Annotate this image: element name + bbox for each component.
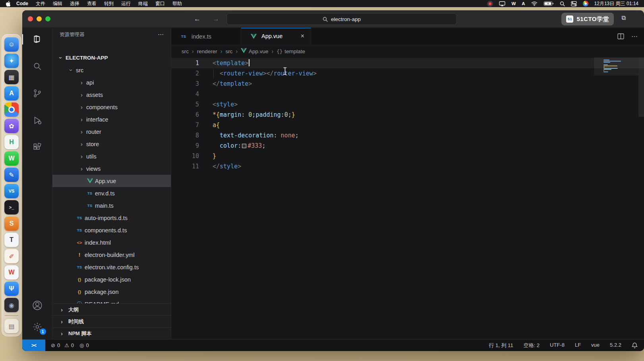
menu-item-0[interactable]: Code	[16, 1, 28, 6]
dock-safari-icon[interactable]: ✦	[4, 54, 19, 68]
dock-launchpad-icon[interactable]: ▦	[4, 70, 19, 84]
more-actions-icon[interactable]: ⋯	[631, 33, 638, 40]
menu-item-3[interactable]: 选择	[70, 0, 79, 7]
spotlight-search-icon[interactable]	[560, 1, 565, 6]
tree-item-interface[interactable]: ›interface	[52, 113, 171, 125]
tree-item-env.d.ts[interactable]: TSenv.d.ts	[52, 187, 171, 199]
minimize-window-button[interactable]	[37, 16, 42, 21]
breadcrumb-renderer[interactable]: renderer	[197, 48, 217, 54]
menu-item-9[interactable]: 帮助	[172, 0, 182, 7]
source-control-icon[interactable]	[31, 87, 43, 99]
status-item-1[interactable]: 空格: 2	[524, 342, 540, 349]
sidebar-section-0[interactable]: ›大纲	[52, 303, 171, 315]
dock-deer-app-icon[interactable]: Ψ	[4, 282, 19, 296]
menu-item-8[interactable]: 窗口	[155, 0, 165, 7]
dock-finder-icon[interactable]: ☺	[4, 37, 19, 52]
dock-dark-app-icon[interactable]: ◉	[4, 298, 19, 312]
tree-item-App.vue[interactable]: App.vue	[52, 175, 171, 187]
wps-menu-icon[interactable]: W	[511, 1, 516, 6]
dock-orange-app-icon[interactable]: S	[4, 216, 19, 231]
code-editor[interactable]: 1<template>2 <router-view></router-view>…	[171, 57, 644, 339]
status-item-0[interactable]: 行 1, 列 11	[489, 342, 513, 349]
tree-item-views[interactable]: ›views	[52, 162, 171, 175]
tree-item-store[interactable]: ›store	[52, 138, 171, 150]
explorer-icon[interactable]	[31, 33, 43, 45]
dock-vscode-icon[interactable]: VS	[4, 184, 19, 198]
tree-item-main.ts[interactable]: TSmain.ts	[52, 199, 171, 212]
tree-item-electron-builder.yml[interactable]: !electron-builder.yml	[52, 249, 171, 261]
menubar-clock[interactable]: 12月13日 周三 01:14	[594, 0, 638, 7]
back-arrow-icon[interactable]: ←	[194, 15, 201, 23]
status-item-4[interactable]: vue	[591, 342, 600, 349]
wifi-icon[interactable]	[531, 1, 538, 6]
tree-item-electron.vite.config.ts[interactable]: TSelectron.vite.config.ts	[52, 261, 171, 273]
forward-arrow-icon[interactable]: →	[213, 15, 219, 23]
breadcrumb-src[interactable]: src	[182, 48, 189, 54]
dock-terminal-icon[interactable]: >_	[4, 200, 19, 214]
tree-item-package-lock.json[interactable]: {}package-lock.json	[52, 273, 171, 286]
dock-wechat-icon[interactable]: W	[4, 151, 19, 166]
search-sidebar-icon[interactable]	[31, 60, 43, 72]
editor-scrollbar[interactable]	[638, 57, 644, 117]
remote-indicator[interactable]: ><	[22, 340, 45, 351]
zoom-window-button[interactable]	[45, 16, 50, 21]
tab-App.vue[interactable]: App.vue×	[241, 28, 311, 45]
sidebar-section-1[interactable]: ›时间线	[52, 315, 171, 327]
tree-item-api[interactable]: ›api	[52, 76, 171, 89]
status-item-3[interactable]: LF	[575, 342, 581, 349]
css-color-swatch[interactable]	[242, 144, 246, 148]
menu-item-7[interactable]: 终端	[138, 0, 148, 7]
dock-wps-icon[interactable]: W	[4, 265, 19, 280]
menu-item-6[interactable]: 运行	[121, 0, 131, 7]
breadcrumb-App.vue[interactable]: App.vue	[241, 48, 269, 54]
menu-item-1[interactable]: 文件	[36, 0, 45, 7]
dock-app-store-icon[interactable]: A	[4, 86, 19, 100]
tree-item-components[interactable]: ›components	[52, 101, 171, 113]
run-debug-icon[interactable]	[31, 114, 43, 126]
menu-item-5[interactable]: 转到	[104, 0, 114, 7]
account-icon[interactable]	[31, 299, 43, 311]
breadcrumb-src[interactable]: src	[225, 48, 232, 54]
command-center-search[interactable]: electron-app	[226, 13, 457, 25]
tree-item-auto-imports.d.ts[interactable]: TSauto-imports.d.ts	[52, 212, 171, 224]
problems-indicator[interactable]: ⊘ 0 ⚠ 0	[51, 342, 74, 348]
tree-item-assets[interactable]: ›assets	[52, 89, 171, 101]
extensions-icon[interactable]	[31, 141, 43, 153]
dock-typora-icon[interactable]: T	[4, 233, 19, 247]
menu-item-4[interactable]: 查看	[87, 0, 97, 7]
close-window-button[interactable]	[28, 16, 33, 21]
tree-item-router[interactable]: ›router	[52, 125, 171, 138]
screen-mirroring-icon[interactable]	[499, 1, 505, 6]
control-center-icon[interactable]	[571, 1, 577, 6]
breadcrumb-template[interactable]: {}template	[277, 48, 305, 54]
input-source-icon[interactable]: A	[522, 1, 525, 6]
menu-item-2[interactable]: 编辑	[53, 0, 62, 7]
dock-h-app-icon[interactable]: H	[4, 135, 19, 149]
dock-trash-icon[interactable]: ▤	[4, 319, 19, 333]
close-icon[interactable]: ×	[301, 33, 304, 40]
dock-paint-app-icon[interactable]: ✐	[4, 249, 19, 263]
sidebar-section-2[interactable]: ›NPM 脚本	[52, 327, 171, 339]
tree-item-components.d.ts[interactable]: TScomponents.d.ts	[52, 224, 171, 236]
tree-item-README.md[interactable]: ⓘREADME.md	[52, 298, 171, 303]
settings-gear-icon[interactable]: 1	[31, 321, 43, 333]
notifications-bell-icon[interactable]	[632, 342, 638, 349]
tree-root-electron-app[interactable]: › ELECTRON-APP	[52, 52, 171, 64]
split-editor-icon[interactable]	[617, 33, 624, 39]
ports-indicator[interactable]: ◎ 0	[79, 342, 89, 348]
status-item-2[interactable]: UTF-8	[550, 342, 565, 349]
dock-chrome-icon[interactable]	[4, 102, 19, 117]
dock-blue-pen-app-icon[interactable]: ✎	[4, 168, 19, 182]
tab-index.ts[interactable]: TSindex.ts	[171, 28, 241, 45]
chrome-menu-icon[interactable]	[583, 1, 588, 6]
status-item-5[interactable]: 5.2.2	[610, 342, 621, 349]
tree-item-index.html[interactable]: <>index.html	[52, 236, 171, 249]
recording-indicator-icon[interactable]	[487, 1, 493, 7]
more-actions-icon[interactable]: ⋯	[158, 31, 164, 38]
tree-item-package.json[interactable]: {}package.json	[52, 286, 171, 298]
tree-item-utils[interactable]: ›utils	[52, 150, 171, 162]
apple-menu-icon[interactable]	[6, 1, 11, 7]
tree-item-src[interactable]: ›src	[52, 64, 171, 76]
minimap[interactable]	[603, 60, 622, 72]
dock-purple-app-icon[interactable]: ✿	[4, 119, 19, 133]
